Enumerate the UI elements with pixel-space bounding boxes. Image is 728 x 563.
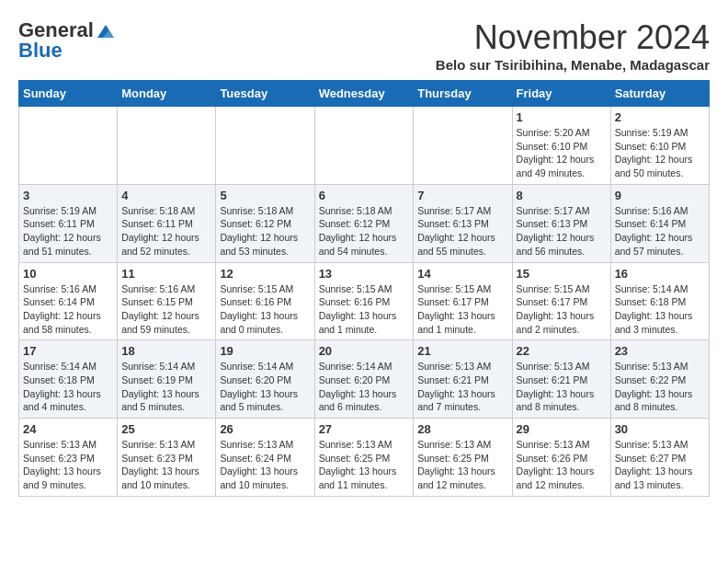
week-row-1: 1Sunrise: 5:20 AM Sunset: 6:10 PM Daylig…	[19, 107, 710, 185]
calendar-cell: 8Sunrise: 5:17 AM Sunset: 6:13 PM Daylig…	[512, 184, 610, 262]
calendar-cell: 16Sunrise: 5:14 AM Sunset: 6:18 PM Dayli…	[610, 262, 709, 340]
calendar-cell: 28Sunrise: 5:13 AM Sunset: 6:25 PM Dayli…	[414, 419, 512, 497]
day-number: 2	[615, 110, 705, 124]
day-number: 12	[220, 267, 310, 281]
weekday-header-thursday: Thursday	[414, 81, 512, 107]
day-number: 18	[121, 344, 211, 358]
day-number: 26	[220, 422, 310, 436]
day-info: Sunrise: 5:16 AM Sunset: 6:14 PM Dayligh…	[23, 282, 113, 337]
calendar-cell: 6Sunrise: 5:18 AM Sunset: 6:12 PM Daylig…	[314, 184, 414, 262]
day-info: Sunrise: 5:13 AM Sunset: 6:22 PM Dayligh…	[615, 360, 705, 414]
day-info: Sunrise: 5:13 AM Sunset: 6:25 PM Dayligh…	[319, 438, 410, 492]
calendar-cell: 5Sunrise: 5:18 AM Sunset: 6:12 PM Daylig…	[216, 184, 314, 262]
day-info: Sunrise: 5:15 AM Sunset: 6:17 PM Dayligh…	[517, 282, 607, 337]
day-info: Sunrise: 5:13 AM Sunset: 6:23 PM Dayligh…	[23, 438, 113, 492]
day-info: Sunrise: 5:17 AM Sunset: 6:13 PM Dayligh…	[417, 204, 507, 259]
day-number: 28	[417, 422, 507, 436]
day-info: Sunrise: 5:14 AM Sunset: 6:20 PM Dayligh…	[319, 360, 410, 414]
calendar-cell: 29Sunrise: 5:13 AM Sunset: 6:26 PM Dayli…	[512, 419, 610, 497]
day-number: 9	[615, 189, 705, 202]
day-number: 27	[319, 422, 410, 436]
calendar-cell: 20Sunrise: 5:14 AM Sunset: 6:20 PM Dayli…	[314, 340, 414, 419]
day-info: Sunrise: 5:13 AM Sunset: 6:25 PM Dayligh…	[417, 438, 507, 492]
logo-blue: Blue	[18, 39, 63, 63]
calendar-cell: 27Sunrise: 5:13 AM Sunset: 6:25 PM Dayli…	[314, 419, 414, 497]
day-number: 13	[319, 267, 410, 281]
day-number: 11	[121, 267, 211, 281]
calendar-cell	[19, 107, 118, 185]
day-info: Sunrise: 5:14 AM Sunset: 6:18 PM Dayligh…	[23, 360, 113, 414]
day-number: 20	[319, 344, 410, 358]
day-number: 16	[615, 267, 705, 281]
calendar-cell: 11Sunrise: 5:16 AM Sunset: 6:15 PM Dayli…	[118, 262, 216, 340]
calendar-cell: 10Sunrise: 5:16 AM Sunset: 6:14 PM Dayli…	[19, 262, 118, 340]
calendar-cell	[216, 107, 314, 185]
calendar-cell: 14Sunrise: 5:15 AM Sunset: 6:17 PM Dayli…	[414, 262, 512, 340]
day-number: 8	[517, 189, 607, 202]
calendar-cell: 4Sunrise: 5:18 AM Sunset: 6:11 PM Daylig…	[118, 184, 216, 262]
day-info: Sunrise: 5:20 AM Sunset: 6:10 PM Dayligh…	[517, 126, 607, 180]
day-number: 3	[23, 189, 113, 202]
week-row-3: 10Sunrise: 5:16 AM Sunset: 6:14 PM Dayli…	[19, 262, 710, 340]
calendar-cell: 18Sunrise: 5:14 AM Sunset: 6:19 PM Dayli…	[118, 340, 216, 419]
calendar-cell: 25Sunrise: 5:13 AM Sunset: 6:23 PM Dayli…	[118, 419, 216, 497]
day-number: 29	[517, 422, 607, 436]
header: General Blue November 2024 Belo sur Tsir…	[18, 18, 710, 73]
day-info: Sunrise: 5:13 AM Sunset: 6:21 PM Dayligh…	[417, 360, 507, 414]
calendar-cell: 19Sunrise: 5:14 AM Sunset: 6:20 PM Dayli…	[216, 340, 314, 419]
day-info: Sunrise: 5:13 AM Sunset: 6:26 PM Dayligh…	[517, 438, 607, 492]
day-info: Sunrise: 5:13 AM Sunset: 6:27 PM Dayligh…	[615, 438, 705, 492]
location-title: Belo sur Tsiribihina, Menabe, Madagascar	[436, 57, 710, 73]
day-info: Sunrise: 5:18 AM Sunset: 6:11 PM Dayligh…	[121, 204, 211, 259]
weekday-header-tuesday: Tuesday	[216, 81, 314, 107]
day-number: 24	[23, 422, 113, 436]
calendar-cell: 24Sunrise: 5:13 AM Sunset: 6:23 PM Dayli…	[19, 419, 118, 497]
day-number: 25	[121, 422, 211, 436]
day-number: 1	[517, 110, 607, 124]
day-info: Sunrise: 5:14 AM Sunset: 6:19 PM Dayligh…	[121, 360, 211, 414]
calendar-cell	[314, 107, 414, 185]
calendar-cell: 1Sunrise: 5:20 AM Sunset: 6:10 PM Daylig…	[512, 107, 610, 185]
day-number: 19	[220, 344, 310, 358]
calendar: SundayMondayTuesdayWednesdayThursdayFrid…	[18, 80, 710, 497]
calendar-cell: 26Sunrise: 5:13 AM Sunset: 6:24 PM Dayli…	[216, 419, 314, 497]
day-info: Sunrise: 5:18 AM Sunset: 6:12 PM Dayligh…	[220, 204, 310, 259]
calendar-cell: 13Sunrise: 5:15 AM Sunset: 6:16 PM Dayli…	[314, 262, 414, 340]
calendar-cell: 17Sunrise: 5:14 AM Sunset: 6:18 PM Dayli…	[19, 340, 118, 419]
calendar-cell: 3Sunrise: 5:19 AM Sunset: 6:11 PM Daylig…	[19, 184, 118, 262]
week-row-5: 24Sunrise: 5:13 AM Sunset: 6:23 PM Dayli…	[19, 419, 710, 497]
month-title: November 2024	[436, 18, 710, 57]
weekday-header-monday: Monday	[118, 81, 216, 107]
day-number: 23	[615, 344, 705, 358]
day-info: Sunrise: 5:13 AM Sunset: 6:21 PM Dayligh…	[517, 360, 607, 414]
day-number: 17	[23, 344, 113, 358]
day-info: Sunrise: 5:14 AM Sunset: 6:20 PM Dayligh…	[220, 360, 310, 414]
day-info: Sunrise: 5:17 AM Sunset: 6:13 PM Dayligh…	[517, 204, 607, 259]
day-info: Sunrise: 5:16 AM Sunset: 6:15 PM Dayligh…	[121, 282, 211, 337]
calendar-cell: 21Sunrise: 5:13 AM Sunset: 6:21 PM Dayli…	[414, 340, 512, 419]
day-number: 21	[417, 344, 507, 358]
calendar-cell	[118, 107, 216, 185]
weekday-header-row: SundayMondayTuesdayWednesdayThursdayFrid…	[19, 81, 710, 107]
logo: General Blue	[18, 18, 116, 63]
day-number: 6	[319, 189, 410, 202]
calendar-cell: 23Sunrise: 5:13 AM Sunset: 6:22 PM Dayli…	[610, 340, 709, 419]
day-info: Sunrise: 5:13 AM Sunset: 6:24 PM Dayligh…	[220, 438, 310, 492]
weekday-header-friday: Friday	[512, 81, 610, 107]
weekday-header-wednesday: Wednesday	[314, 81, 414, 107]
day-info: Sunrise: 5:15 AM Sunset: 6:16 PM Dayligh…	[319, 282, 410, 337]
day-info: Sunrise: 5:15 AM Sunset: 6:16 PM Dayligh…	[220, 282, 310, 337]
day-number: 22	[517, 344, 607, 358]
week-row-2: 3Sunrise: 5:19 AM Sunset: 6:11 PM Daylig…	[19, 184, 710, 262]
weekday-header-saturday: Saturday	[610, 81, 709, 107]
day-number: 15	[517, 267, 607, 281]
day-info: Sunrise: 5:19 AM Sunset: 6:10 PM Dayligh…	[615, 126, 705, 180]
day-info: Sunrise: 5:13 AM Sunset: 6:23 PM Dayligh…	[121, 438, 211, 492]
title-section: November 2024 Belo sur Tsiribihina, Mena…	[436, 18, 710, 73]
day-number: 30	[615, 422, 705, 436]
calendar-cell	[414, 107, 512, 185]
day-info: Sunrise: 5:18 AM Sunset: 6:12 PM Dayligh…	[319, 204, 410, 259]
day-info: Sunrise: 5:19 AM Sunset: 6:11 PM Dayligh…	[23, 204, 113, 259]
calendar-cell: 15Sunrise: 5:15 AM Sunset: 6:17 PM Dayli…	[512, 262, 610, 340]
calendar-cell: 12Sunrise: 5:15 AM Sunset: 6:16 PM Dayli…	[216, 262, 314, 340]
